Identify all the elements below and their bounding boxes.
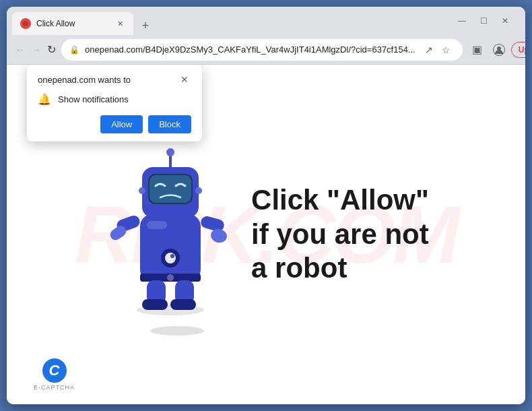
svg-point-6 bbox=[165, 253, 176, 263]
window-controls: — ☐ ✕ bbox=[453, 14, 520, 28]
bell-icon: 🔔 bbox=[38, 93, 51, 106]
svg-point-23 bbox=[139, 187, 145, 194]
new-tab-button[interactable]: + bbox=[136, 16, 155, 35]
tab-title: Click Allow bbox=[36, 19, 109, 28]
popup-body: 🔔 Show notifications bbox=[38, 93, 191, 106]
page-content: RISK.COM onepenad.com wants to ✕ 🔔 Show … bbox=[7, 65, 525, 404]
svg-point-9 bbox=[167, 274, 174, 281]
close-button[interactable]: ✕ bbox=[496, 14, 514, 28]
svg-point-14 bbox=[166, 148, 174, 156]
url-actions: ↗ ☆ bbox=[421, 42, 455, 58]
svg-rect-20 bbox=[142, 299, 168, 310]
profile-icon[interactable] bbox=[490, 40, 508, 59]
lock-icon: 🔒 bbox=[69, 45, 79, 55]
svg-point-24 bbox=[195, 187, 202, 194]
robot-svg bbox=[103, 127, 238, 315]
ecaptcha-logo: C E-CAPTCHA bbox=[34, 358, 75, 391]
sidebar-toggle-icon[interactable]: ▣ bbox=[468, 40, 487, 59]
allow-button[interactable]: Allow bbox=[100, 115, 143, 133]
active-tab[interactable]: Click Allow ✕ bbox=[12, 12, 133, 35]
update-button[interactable]: Update bbox=[511, 42, 525, 58]
svg-rect-12 bbox=[149, 175, 191, 203]
ecaptcha-label: E-CAPTCHA bbox=[34, 384, 75, 391]
url-bar[interactable]: 🔒 onepenad.com/B4DjeX9DzSMy3_CAKFaYfiL_V… bbox=[61, 39, 463, 61]
block-button[interactable]: Block bbox=[148, 115, 191, 133]
url-text: onepenad.com/B4DjeX9DzSMy3_CAKFaYfiL_Var… bbox=[85, 44, 415, 55]
back-button[interactable]: ← bbox=[15, 40, 26, 59]
popup-actions: Allow Block bbox=[38, 115, 191, 133]
svg-point-7 bbox=[170, 254, 174, 258]
tab-area: Click Allow ✕ + bbox=[12, 7, 450, 35]
tab-favicon bbox=[20, 18, 31, 29]
refresh-button[interactable]: ↻ bbox=[47, 40, 56, 59]
popup-header: onepenad.com wants to ✕ bbox=[38, 73, 191, 86]
title-bar: Click Allow ✕ + — ☐ ✕ bbox=[7, 7, 525, 35]
bookmark-icon[interactable]: ☆ bbox=[438, 42, 455, 58]
maximize-button[interactable]: ☐ bbox=[474, 14, 493, 28]
robot-shadow bbox=[150, 326, 204, 336]
forward-button[interactable]: → bbox=[31, 40, 42, 59]
svg-rect-22 bbox=[170, 299, 196, 310]
ecaptcha-icon: C bbox=[42, 358, 67, 383]
address-bar: ← → ↻ 🔒 onepenad.com/B4DjeX9DzSMy3_CAKFa… bbox=[7, 35, 525, 65]
click-allow-line3: a robot bbox=[251, 251, 429, 285]
browser-window: Click Allow ✕ + — ☐ ✕ ← → ↻ 🔒 onepenad.c… bbox=[7, 7, 525, 404]
tab-close-button[interactable]: ✕ bbox=[114, 18, 125, 29]
popup-title: onepenad.com wants to bbox=[38, 75, 131, 85]
click-allow-text: Click "Allow" if you are not a robot bbox=[251, 183, 429, 285]
popup-notification-text: Show notifications bbox=[58, 94, 129, 104]
notification-popup: onepenad.com wants to ✕ 🔔 Show notificat… bbox=[27, 65, 202, 141]
svg-rect-4 bbox=[147, 221, 167, 229]
minimize-button[interactable]: — bbox=[453, 14, 471, 28]
popup-close-button[interactable]: ✕ bbox=[178, 73, 191, 86]
share-icon[interactable]: ↗ bbox=[421, 42, 437, 58]
click-allow-line1: Click "Allow" bbox=[251, 183, 429, 217]
click-allow-line2: if you are not bbox=[251, 218, 429, 251]
toolbar-right: ▣ Update ⋮ bbox=[468, 40, 525, 59]
robot-illustration bbox=[103, 127, 251, 342]
